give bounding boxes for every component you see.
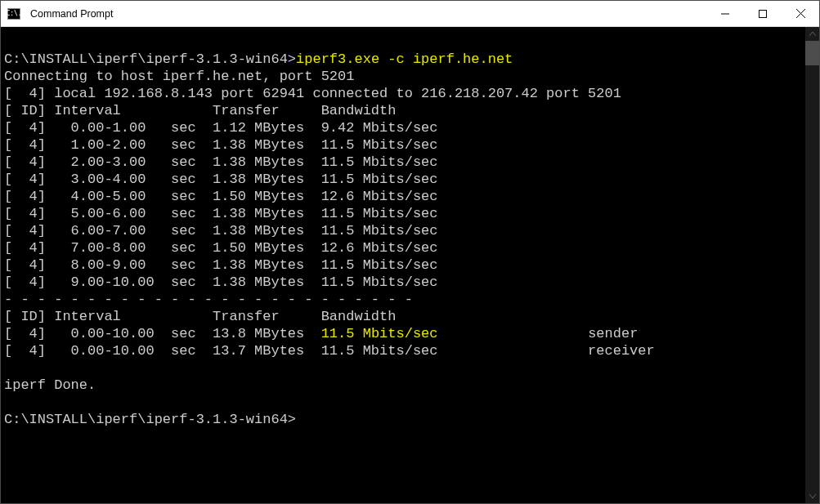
command-input: iperf3.exe -c iperf.he.net — [296, 51, 513, 67]
minimize-button[interactable] — [706, 1, 744, 26]
interval-row: [ 4] 5.00-6.00 sec 1.38 MBytes 11.5 Mbit… — [4, 206, 438, 221]
summary-sender-pre: [ 4] 0.00-10.00 sec 13.8 MBytes — [4, 326, 321, 341]
blank-line — [4, 34, 12, 50]
maximize-button[interactable] — [744, 1, 782, 26]
summary-receiver: [ 4] 0.00-10.00 sec 13.7 MBytes 11.5 Mbi… — [4, 343, 655, 359]
window-controls — [706, 1, 819, 26]
summary-sender-bandwidth: 11.5 Mbits/sec — [321, 326, 438, 341]
interval-row: [ 4] 4.00-5.00 sec 1.50 MBytes 12.6 Mbit… — [4, 189, 438, 204]
window-icon: C:\. — [1, 1, 27, 27]
interval-row: [ 4] 3.00-4.00 sec 1.38 MBytes 11.5 Mbit… — [4, 172, 438, 187]
interval-row: [ 4] 8.00-9.00 sec 1.38 MBytes 11.5 Mbit… — [4, 257, 438, 273]
svg-rect-1 — [760, 10, 767, 17]
done-line: iperf Done. — [4, 377, 96, 393]
interval-row: [ 4] 1.00-2.00 sec 1.38 MBytes 11.5 Mbit… — [4, 137, 438, 153]
prompt-path-2: C:\INSTALL\iperf\iperf-3.1.3-win64> — [4, 412, 296, 427]
connecting-line: Connecting to host iperf.he.net, port 52… — [4, 69, 354, 84]
summary-sender-post: sender — [438, 326, 639, 341]
interval-row: [ 4] 6.00-7.00 sec 1.38 MBytes 11.5 Mbit… — [4, 223, 438, 239]
window-title: Command Prompt — [27, 8, 113, 20]
terminal-output[interactable]: C:\INSTALL\iperf\iperf-3.1.3-win64>iperf… — [1, 27, 805, 503]
scrollbar[interactable] — [805, 27, 819, 503]
interval-row: [ 4] 7.00-8.00 sec 1.50 MBytes 12.6 Mbit… — [4, 240, 438, 256]
prompt-path: C:\INSTALL\iperf\iperf-3.1.3-win64> — [4, 51, 296, 67]
summary-header: [ ID] Interval Transfer Bandwidth — [4, 309, 396, 324]
scroll-up-icon[interactable] — [805, 27, 819, 41]
scroll-thumb[interactable] — [805, 41, 819, 65]
titlebar[interactable]: C:\. Command Prompt — [1, 1, 819, 27]
separator-line: - - - - - - - - - - - - - - - - - - - - … — [4, 292, 413, 307]
scroll-down-icon[interactable] — [805, 489, 819, 503]
interval-row: [ 4] 0.00-1.00 sec 1.12 MBytes 9.42 Mbit… — [4, 120, 438, 136]
interval-row: [ 4] 2.00-3.00 sec 1.38 MBytes 11.5 Mbit… — [4, 154, 438, 170]
close-button[interactable] — [782, 1, 819, 26]
window-icon-text: C:\. — [6, 11, 21, 17]
local-line: [ 4] local 192.168.8.143 port 62941 conn… — [4, 86, 621, 101]
interval-row: [ 4] 9.00-10.00 sec 1.38 MBytes 11.5 Mbi… — [4, 274, 438, 290]
header-line: [ ID] Interval Transfer Bandwidth — [4, 103, 396, 118]
terminal-area: C:\INSTALL\iperf\iperf-3.1.3-win64>iperf… — [1, 27, 819, 503]
